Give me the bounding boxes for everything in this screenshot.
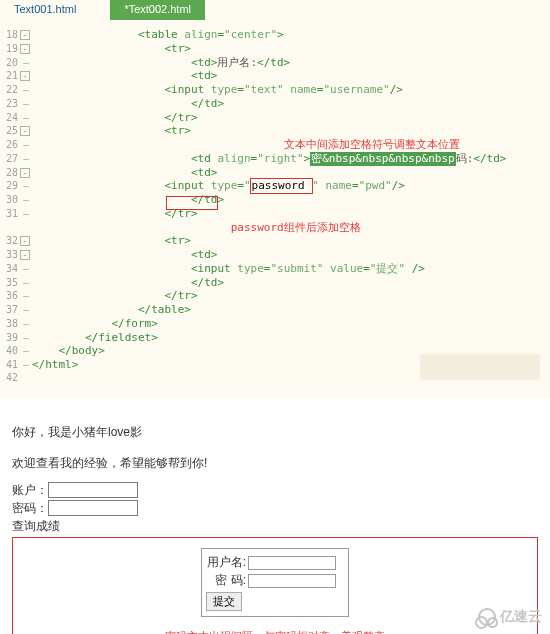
result-frame: 用户名: 密 码: 提交 密码文本出现间隔，与密码框对齐，美观整齐 xyxy=(12,537,538,634)
code-block: 18- <table align="center"> 19- <tr> 20— … xyxy=(0,24,550,390)
sub-text: 欢迎查看我的经验，希望能够帮到你! xyxy=(12,455,538,472)
editor-tabs: Text001.html *Text002.html xyxy=(0,0,550,20)
greeting-text: 你好，我是小猪年love影 xyxy=(12,424,538,441)
side-form: 账户： 密码： 查询成绩 xyxy=(12,482,538,535)
note-text: 密码文本出现间隔，与密码框对齐，美观整齐 xyxy=(19,629,531,634)
submit-button[interactable]: 提交 xyxy=(206,592,242,611)
blurred-region xyxy=(420,354,540,380)
centered-form: 用户名: 密 码: 提交 xyxy=(201,548,349,617)
rendered-page: 你好，我是小猪年love影 欢迎查看我的经验，希望能够帮到你! 账户： 密码： … xyxy=(0,398,550,634)
selected-text: 密&nbsp&nbsp&nbsp&nbsp xyxy=(310,152,455,166)
cloud-icon xyxy=(478,608,496,626)
tab-text001[interactable]: Text001.html xyxy=(0,0,90,20)
watermark: 亿速云 xyxy=(478,608,542,626)
password-input[interactable] xyxy=(48,500,138,516)
password-label: 密码： xyxy=(12,501,48,515)
form-user-input[interactable] xyxy=(248,556,336,570)
highlighted-password: password xyxy=(251,179,313,193)
form-pwd-input[interactable] xyxy=(248,574,336,588)
legend-text: 查询成绩 xyxy=(12,518,538,535)
red-box-password xyxy=(166,196,218,210)
account-label: 账户： xyxy=(12,483,48,497)
code-editor-panel: Text001.html *Text002.html 18- <table al… xyxy=(0,0,550,398)
tab-text002[interactable]: *Text002.html xyxy=(110,0,205,20)
form-user-label: 用户名: xyxy=(206,554,246,571)
annotation-password: password组件后添加空格 xyxy=(231,221,361,235)
form-pwd-label: 密 码: xyxy=(206,572,246,589)
annotation-spacing: 文本中间添加空格符号调整文本位置 xyxy=(284,138,460,152)
account-input[interactable] xyxy=(48,482,138,498)
